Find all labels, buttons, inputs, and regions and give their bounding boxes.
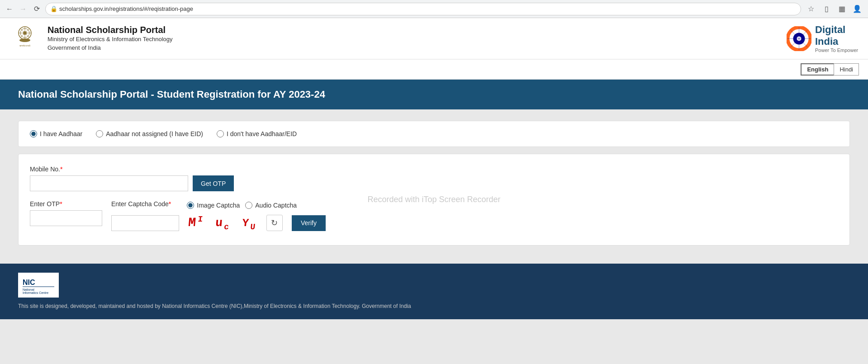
svg-text:सत्यमेव जयते: सत्यमेव जयते xyxy=(19,44,30,47)
back-button[interactable]: ← xyxy=(5,4,14,14)
otp-input[interactable] xyxy=(30,210,102,226)
audio-captcha-radio[interactable] xyxy=(245,202,252,209)
page-content: सत्यमेव जयते National Scholarship Portal… xyxy=(0,18,868,364)
otp-captcha-row: Enter OTP* Enter Captcha Code* Image C xyxy=(30,200,838,234)
otp-field-group: Enter OTP* xyxy=(30,200,102,226)
reload-button[interactable]: ⟳ xyxy=(32,4,42,14)
aadhaar-card: I have Aadhaar Aadhaar not assigned (I h… xyxy=(18,121,850,147)
captcha-image: MI uc YU xyxy=(183,213,263,234)
mobile-input-row: Get OTP xyxy=(30,175,838,191)
otp-label: Enter OTP* xyxy=(30,200,102,208)
profile-button[interactable]: 👤 xyxy=(851,3,863,15)
nic-logo: NIC National Informatics Centre xyxy=(18,273,59,298)
url-bar[interactable]: 🔒 scholarships.gov.in/registrations/#/re… xyxy=(45,3,801,15)
header-text: National Scholarship Portal Ministry of … xyxy=(47,25,173,52)
aadhaar-radio-3[interactable] xyxy=(217,130,224,137)
verify-button[interactable]: Verify xyxy=(292,215,326,231)
captcha-group: Enter Captcha Code* Image Captcha Audio … xyxy=(111,200,326,234)
mobile-input[interactable] xyxy=(30,175,188,191)
browser-actions: ☆ ▯ ▦ 👤 xyxy=(805,3,863,15)
aadhaar-label-3: I don't have Aadhaar/EID xyxy=(227,130,297,137)
image-captcha-radio[interactable] xyxy=(187,202,194,209)
audio-captcha-option[interactable]: Audio Captcha xyxy=(245,202,297,209)
ministry-name: Ministry of Electronics & Information Te… xyxy=(47,35,173,43)
otp-required: * xyxy=(60,200,62,208)
digital-india-logo: Digital India Power To Empower xyxy=(787,26,859,51)
aadhaar-radio-1[interactable] xyxy=(30,130,37,137)
page-banner: National Scholarship Portal - Student Re… xyxy=(0,80,868,109)
footer-top: NIC National Informatics Centre xyxy=(18,273,850,298)
svg-text:National: National xyxy=(23,288,34,291)
portal-name: National Scholarship Portal xyxy=(47,25,173,35)
image-captcha-label: Image Captcha xyxy=(197,202,240,209)
aadhaar-radio-2[interactable] xyxy=(96,130,103,137)
registration-form-card: Recorded with iTop Screen Recorder Mobil… xyxy=(18,154,850,246)
split-screen-button[interactable]: ▦ xyxy=(835,3,848,15)
di-tagline: Power To Empower xyxy=(815,47,859,53)
language-selector: English Hindi xyxy=(0,60,868,80)
header-left: सत्यमेव जयते National Scholarship Portal… xyxy=(9,23,173,54)
svg-text:NIC: NIC xyxy=(23,279,35,286)
extensions-button[interactable]: ▯ xyxy=(820,3,833,15)
aadhaar-option-2[interactable]: Aadhaar not assigned (I have EID) xyxy=(96,130,203,137)
browser-chrome: ← → ⟳ 🔒 scholarships.gov.in/registration… xyxy=(0,0,868,18)
lock-icon: 🔒 xyxy=(50,5,57,12)
india-emblem: सत्यमेव जयते xyxy=(9,23,41,54)
hindi-button[interactable]: Hindi xyxy=(834,63,859,76)
mobile-field-group: Mobile No.* Get OTP xyxy=(30,165,838,191)
forward-button[interactable]: → xyxy=(18,4,28,14)
aadhaar-option-3[interactable]: I don't have Aadhaar/EID xyxy=(217,130,297,137)
aadhaar-option-1[interactable]: I have Aadhaar xyxy=(30,130,82,137)
mobile-label: Mobile No.* xyxy=(30,165,838,173)
site-footer: NIC National Informatics Centre This sit… xyxy=(0,264,868,319)
site-header: सत्यमेव जयते National Scholarship Portal… xyxy=(0,18,868,60)
get-otp-button[interactable]: Get OTP xyxy=(193,175,234,191)
audio-captcha-label: Audio Captcha xyxy=(255,202,297,209)
aadhaar-radio-group: I have Aadhaar Aadhaar not assigned (I h… xyxy=(30,130,838,137)
svg-text:Informatics Centre: Informatics Centre xyxy=(23,291,48,294)
bookmark-button[interactable]: ☆ xyxy=(805,3,817,15)
main-area: I have Aadhaar Aadhaar not assigned (I h… xyxy=(0,109,868,264)
captcha-type-row: Enter Captcha Code* Image Captcha Audio … xyxy=(111,200,326,210)
mobile-required: * xyxy=(60,165,62,173)
english-button[interactable]: English xyxy=(801,63,834,76)
captcha-input[interactable] xyxy=(111,215,179,231)
captcha-required: * xyxy=(169,200,171,208)
footer-text: This site is designed, developed, mainta… xyxy=(18,302,850,310)
refresh-captcha-button[interactable]: ↻ xyxy=(266,215,283,231)
page-title: National Scholarship Portal - Student Re… xyxy=(18,89,850,100)
captcha-code-label: Enter Captcha Code* xyxy=(111,200,171,208)
image-captcha-option[interactable]: Image Captcha xyxy=(187,202,240,209)
svg-point-7 xyxy=(19,38,30,42)
di-brand-text: Digital India xyxy=(815,24,859,47)
aadhaar-label-1: I have Aadhaar xyxy=(40,130,82,137)
aadhaar-label-2: Aadhaar not assigned (I have EID) xyxy=(106,130,203,137)
govt-name: Government of India xyxy=(47,44,173,52)
